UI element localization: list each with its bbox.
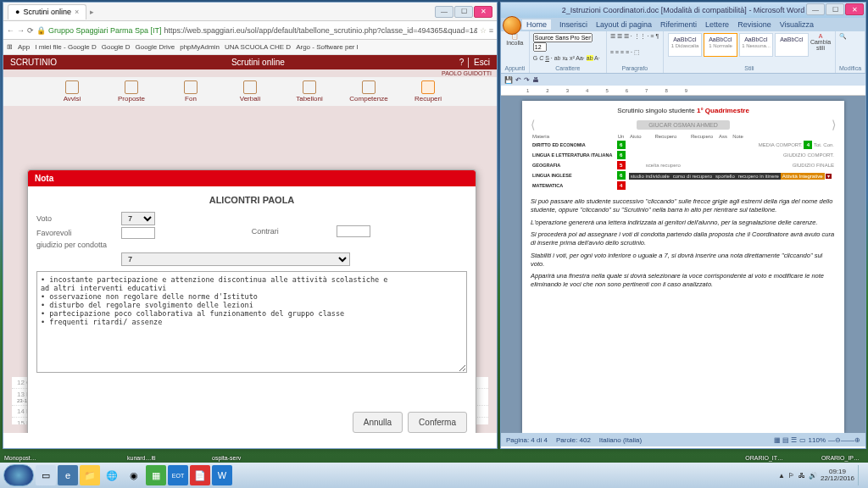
bookmark-item[interactable]: App — [18, 43, 30, 51]
paste-button[interactable]: 📋Incolla — [504, 33, 526, 46]
style-item[interactable]: AaBbCcI — [775, 33, 809, 57]
bookmark-item[interactable]: phpMyAdmin — [180, 43, 220, 51]
start-button[interactable] — [3, 464, 34, 486]
taskbar-icon[interactable]: EOT — [168, 465, 188, 485]
voto-select[interactable]: 7 — [121, 212, 155, 225]
desktop-icon-label[interactable]: Monopost… — [4, 455, 36, 461]
bookmark-item[interactable]: Google Drive — [136, 43, 175, 51]
status-lang[interactable]: Italiano (Italia) — [599, 436, 642, 444]
desktop-icon-label[interactable]: kunard…iti — [127, 455, 155, 461]
ribbon-tab[interactable]: Revisione — [737, 20, 771, 29]
browser-tab[interactable]: ● Scrutini online × — [8, 4, 86, 19]
tray-flag-icon[interactable]: 🏳 — [788, 472, 795, 480]
maximize-button[interactable]: ☐ — [454, 6, 473, 18]
bookmark-item[interactable]: Argo - Software per l — [296, 43, 358, 51]
font-buttons[interactable]: G C S · ab x₂ x² Aa· ab A· — [533, 55, 603, 62]
toolbar-item[interactable]: Avvisi — [51, 80, 93, 103]
ribbon-tab[interactable]: Lettere — [705, 20, 729, 29]
taskbar-icon[interactable]: 🌐 — [102, 465, 122, 485]
desktop-icon-label[interactable]: ORARIO_IP… — [821, 455, 860, 461]
toolbar-item[interactable]: Fon — [170, 80, 212, 103]
tray-network-icon[interactable]: 🖧 — [798, 472, 805, 480]
toolbar-item[interactable]: Recuperi — [407, 80, 449, 103]
bookmark-item[interactable]: I miei file - Google D — [35, 43, 96, 51]
quick-access-toolbar: 💾 ↶ ↷ 🖶 — [501, 74, 865, 86]
toolbar-item[interactable]: Verbali — [229, 80, 271, 103]
view-buttons[interactable]: ▦ ▤ ☰ ▭ — [774, 436, 806, 444]
ribbon-tab-home[interactable]: Home — [522, 19, 551, 30]
ribbon-tab[interactable]: Inserisci — [559, 20, 587, 29]
ribbon-tab[interactable]: Visualizza — [780, 20, 814, 29]
group-label: Appunti — [504, 65, 526, 71]
close-button[interactable]: ✕ — [845, 3, 864, 15]
align-buttons[interactable]: ≡ ≡ ≡ ≡ · ⬚ — [610, 49, 659, 56]
table-row: LINGUA E LETTERATURA ITALIANA6GIUDIZIO C… — [531, 150, 836, 160]
style-item[interactable]: AaBbCcI1 Normale — [704, 33, 737, 57]
menu-icon[interactable]: ≡ — [489, 26, 493, 35]
office-button[interactable] — [503, 16, 521, 35]
favorevoli-input[interactable] — [121, 227, 155, 239]
giudizio-select[interactable]: 7 — [121, 252, 350, 266]
para-buttons[interactable]: ☰ ☰ ☰ · ⋮⋮ · ≡ ¶ — [610, 33, 659, 40]
ribbon-tab[interactable]: Layout di pagina — [596, 20, 652, 29]
nota-textarea[interactable] — [36, 271, 467, 373]
zoom-slider[interactable]: —⊖——⊕ — [828, 436, 860, 444]
style-item[interactable]: AaBbCcI1 Nessuna... — [739, 33, 773, 57]
qat-icon[interactable]: ↷ — [524, 76, 530, 84]
minimize-button[interactable]: — — [806, 3, 825, 15]
minimize-button[interactable]: — — [435, 6, 453, 18]
taskbar-icon[interactable]: 📄 — [190, 465, 210, 485]
prev-student-arrow[interactable]: ⟨ — [531, 118, 535, 131]
apps-icon[interactable]: ⊞ — [7, 43, 13, 51]
desktop-icon-label[interactable]: ospita-serv — [212, 455, 241, 461]
qat-icon[interactable]: 🖶 — [532, 76, 539, 84]
taskbar-icon[interactable]: 📁 — [80, 465, 100, 485]
next-student-arrow[interactable]: ⟩ — [832, 118, 836, 131]
fontsize-select[interactable] — [533, 42, 547, 52]
url-path[interactable]: https://web.spaggiari.eu/sol/app/default… — [164, 26, 477, 35]
taskbar-clock[interactable]: 09:19 22/12/2016 — [821, 469, 854, 482]
confirm-button[interactable]: Conferma — [408, 412, 467, 433]
taskbar-icon[interactable]: e — [58, 465, 78, 485]
toolbar-item[interactable]: Proposte — [110, 80, 153, 103]
bookmark-item[interactable]: Google D — [102, 43, 131, 51]
word-window: 2_Istruzioni Coordinatori.doc [Modalità … — [500, 2, 866, 449]
contrari-input[interactable] — [337, 225, 370, 237]
student-nav[interactable]: GIUCAR OSMAN AHMED — [637, 120, 730, 130]
doc-page[interactable]: Scrutinio singolo studente 1° Quadrimest… — [522, 101, 844, 433]
reload-button[interactable]: ⟳ — [27, 26, 34, 35]
qat-icon[interactable]: 💾 — [504, 76, 513, 84]
qat-icon[interactable]: ↶ — [515, 76, 521, 84]
close-button[interactable]: ✕ — [474, 6, 492, 18]
ribbon-tab[interactable]: Riferimenti — [660, 20, 697, 29]
forward-button[interactable]: → — [17, 26, 25, 35]
taskbar-chrome-icon[interactable]: ◉ — [124, 465, 144, 485]
find-button[interactable]: 🔍 — [839, 33, 861, 40]
show-desktop-button[interactable] — [858, 465, 865, 485]
back-button[interactable]: ← — [7, 26, 14, 35]
star-icon[interactable]: ☆ — [480, 26, 487, 35]
tray-volume-icon[interactable]: 🔊 — [809, 472, 817, 480]
tab-close-icon[interactable]: × — [75, 8, 79, 16]
taskbar-word-icon[interactable]: W — [212, 465, 232, 485]
help-button[interactable]: ? — [459, 58, 465, 67]
font-select[interactable] — [533, 33, 593, 42]
bookmark-item[interactable]: UNA SCUOLA CHE D — [225, 43, 291, 51]
taskbar-icon[interactable]: ▭ — [36, 465, 56, 485]
desktop-icon-label[interactable]: ORARIO_IT… — [745, 455, 783, 461]
style-item[interactable]: AaBbCcI1 Didascalia — [668, 33, 702, 57]
maximize-button[interactable]: ☐ — [826, 3, 844, 15]
contrari-label: Contrari — [252, 227, 337, 236]
status-words[interactable]: Parole: 402 — [556, 436, 591, 444]
toolbar-item[interactable]: Tabelloni — [288, 80, 331, 103]
taskbar-icon[interactable]: ▦ — [146, 465, 166, 485]
logout-button[interactable]: Esci — [474, 58, 490, 67]
change-styles-button[interactable]: ACambia stili — [810, 33, 832, 57]
new-tab-button[interactable]: ▸ — [90, 8, 94, 16]
zoom-level[interactable]: 110% — [809, 436, 826, 444]
tray-icon[interactable]: ▲ — [778, 472, 785, 480]
status-page[interactable]: Pagina: 4 di 4 — [506, 436, 548, 444]
cancel-button[interactable]: Annulla — [353, 412, 403, 433]
toolbar-item[interactable]: Competenze — [348, 80, 390, 103]
ruler[interactable]: 123456789 — [501, 86, 865, 96]
